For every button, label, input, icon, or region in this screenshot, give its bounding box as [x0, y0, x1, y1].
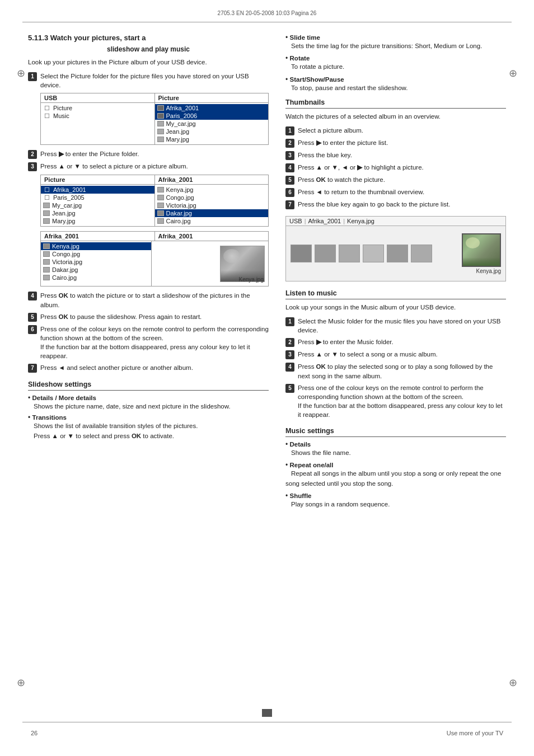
list-item: Congo.jpg	[41, 250, 151, 258]
list-item: Dakar.jpg	[155, 209, 269, 217]
step-text-3: Press ▲ or ▼ to select a picture or a pi…	[40, 162, 269, 171]
thumbnail-viewer: USB | Afrika_2001 | Kenya.jpg	[285, 216, 506, 281]
breadcrumb-sep2: |	[343, 218, 345, 224]
large-thumb	[462, 233, 501, 267]
breadcrumb-sep1: |	[305, 218, 306, 224]
step-num-1: 1	[28, 72, 37, 81]
bullet-label-start: Start/Show/Pause	[290, 76, 344, 83]
bullet-text-shuffle: Play songs in a random sequence.	[291, 501, 390, 508]
thumb-step-num-7: 7	[285, 200, 294, 209]
bullet-label-rotate: Rotate	[290, 55, 310, 62]
list-item: Afrika_2001	[155, 104, 269, 112]
step-text-5: Press OK to pause the slideshow. Press a…	[40, 312, 269, 321]
step-7: 7 Press ◄ and select another picture or …	[28, 363, 269, 373]
page-container: ⊕ ⊕ ⊕ ⊕ 2705.3 EN 20-05-2008 10:03 Pagin…	[0, 0, 534, 756]
preview-label: Kenya.jpg	[239, 276, 264, 283]
breadcrumb-file: Kenya.jpg	[347, 218, 374, 224]
browser1-left-panel: Picture Music	[41, 103, 155, 144]
image-icon	[43, 251, 50, 257]
image-icon	[43, 259, 50, 265]
listen-step-2: 2 Press ▶ to enter the Music folder.	[285, 337, 506, 347]
cross-left-bottom: ⊕	[17, 677, 25, 689]
browser1-col2: Picture	[155, 93, 269, 102]
listen-step-5: 5 Press one of the colour keys on the re…	[285, 383, 506, 419]
item-label: Mary.jpg	[166, 136, 189, 143]
bullet-dot: •	[285, 492, 290, 500]
browser-2: Picture Afrika_2001 Afrika_2001 Paris_20…	[40, 175, 269, 227]
item-label: Music	[53, 112, 69, 119]
thumb-step-text-1: Select a picture album.	[298, 126, 506, 135]
intro-text: Look up your pictures in the Picture alb…	[28, 58, 269, 67]
bullet-transitions: • Transitions Shows the list of availabl…	[28, 414, 269, 441]
list-item: Congo.jpg	[155, 194, 269, 201]
browser2-body: Afrika_2001 Paris_2005 My_car.jpg J	[41, 185, 268, 226]
item-label: Jean.jpg	[52, 210, 76, 217]
image-icon	[157, 121, 164, 126]
doc-info: 2705.3 EN 20-05-2008 10:03 Pagina 26	[218, 10, 317, 16]
browser1-body: Picture Music Afrika_2001	[41, 103, 268, 144]
thumb-step-7: 7 Press the blue key again to go back to…	[285, 200, 506, 209]
item-label: Paris_2005	[53, 194, 85, 201]
browser3-col2: Afrika_2001	[155, 232, 269, 241]
browser2-col1: Picture	[41, 175, 155, 184]
item-label: Mary.jpg	[52, 218, 75, 224]
item-label: Dakar.jpg	[52, 266, 78, 273]
bullet-rotate: • Rotate To rotate a picture.	[285, 54, 506, 72]
image-icon	[157, 218, 164, 224]
folder-icon	[43, 112, 51, 119]
list-item: Cairo.jpg	[41, 274, 151, 281]
step-num-6: 6	[28, 325, 37, 334]
bullet-text-transitions: Shows the list of available transition s…	[34, 422, 198, 429]
bullet-dot: •	[285, 76, 290, 83]
step-2: 2 Press ▶ to enter the Picture folder.	[28, 149, 269, 159]
thumb-step-text-2: Press ▶ to enter the picture list.	[298, 138, 506, 147]
listen-step-num-2: 2	[285, 338, 294, 347]
bullet-label-music-details: Details	[290, 441, 311, 448]
listen-step-3: 3 Press ▲ or ▼ to select a song or a mus…	[285, 350, 506, 359]
listen-step-1: 1 Select the Music folder for the music …	[285, 317, 506, 335]
image-icon	[157, 105, 164, 111]
step-text-1: Select the Picture folder for the pictur…	[40, 72, 269, 90]
step-4: 4 Press OK to watch the picture or to st…	[28, 291, 269, 309]
bottom-rect	[262, 709, 272, 717]
footer-right-text: Use more of your TV	[447, 730, 503, 736]
thumb-item	[315, 245, 336, 262]
bullet-details: • Details / More details Shows the pictu…	[28, 394, 269, 411]
listen-step-text-4: Press OK to play the selected song or to…	[298, 362, 506, 380]
bullet-label-shuffle: Shuffle	[290, 492, 312, 499]
thumb-step-2: 2 Press ▶ to enter the picture list.	[285, 138, 506, 148]
list-item: Mary.jpg	[155, 135, 269, 143]
folder-icon	[43, 194, 51, 201]
step-num-3: 3	[28, 162, 37, 171]
step-6: 6 Press one of the colour keys on the re…	[28, 325, 269, 360]
thumb-step-num-5: 5	[285, 176, 294, 185]
bullet-dot: •	[285, 440, 290, 448]
bullet-text-details: Shows the picture name, date, size and n…	[34, 403, 231, 410]
bullet-dot: •	[28, 414, 32, 421]
step-text-6: Press one of the colour keys on the remo…	[40, 325, 269, 360]
bullet-label-transitions: Transitions	[32, 414, 67, 421]
thumb-item	[363, 245, 384, 262]
thumb-step-text-5: Press OK to watch the picture.	[298, 175, 506, 184]
browser1-header: USB Picture	[41, 93, 268, 103]
section-subtitle: slideshow and play music	[28, 45, 269, 53]
thumb-step-num-2: 2	[285, 139, 294, 148]
image-icon	[157, 195, 164, 200]
bullet-dot: •	[28, 394, 32, 402]
browser3-col1: Afrika_2001	[41, 232, 155, 241]
browser3-header: Afrika_2001 Afrika_2001	[41, 232, 268, 241]
list-item: Afrika_2001	[41, 186, 154, 194]
listen-intro: Look up your songs in the Music album of…	[285, 303, 506, 312]
cross-right-bottom: ⊕	[509, 677, 517, 689]
slideshow-heading: Slideshow settings	[28, 381, 269, 391]
item-label: Victoria.jpg	[52, 259, 82, 265]
thumb-small-group	[291, 245, 458, 262]
list-item: Mary.jpg	[41, 217, 154, 225]
bullet-text-rotate: To rotate a picture.	[291, 63, 344, 70]
list-item: Kenya.jpg	[41, 242, 151, 250]
thumb-step-5: 5 Press OK to watch the picture.	[285, 175, 506, 185]
list-item: Music	[41, 112, 154, 120]
listen-step-num-4: 4	[285, 363, 294, 372]
step-text-4: Press OK to watch the picture or to star…	[40, 291, 269, 309]
page-number: 26	[31, 730, 38, 736]
